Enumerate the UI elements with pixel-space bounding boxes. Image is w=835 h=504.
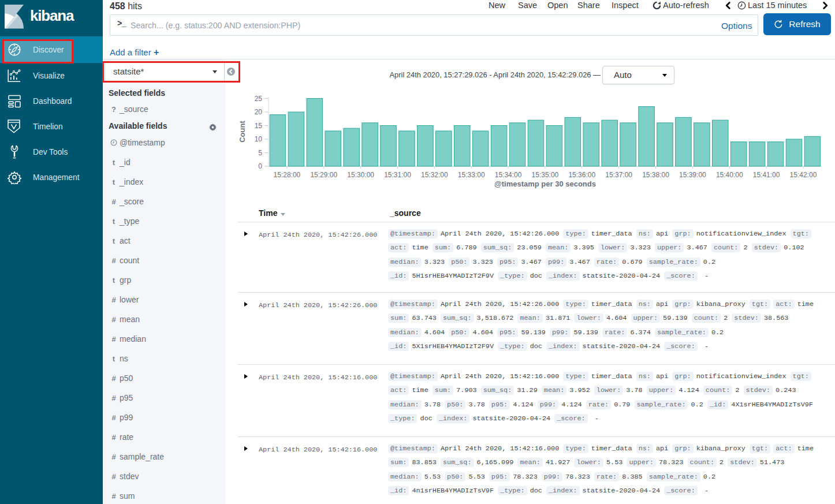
svg-text:10: 10	[255, 135, 263, 143]
svg-text:15:31:00: 15:31:00	[384, 171, 411, 179]
svg-text:15:34:00: 15:34:00	[495, 171, 522, 179]
svg-text:5: 5	[258, 149, 262, 157]
svg-text:15:36:00: 15:36:00	[568, 171, 595, 179]
svg-text:15:37:00: 15:37:00	[605, 171, 632, 179]
svg-text:15:29:00: 15:29:00	[310, 171, 337, 179]
svg-text:0: 0	[258, 162, 262, 170]
svg-text:15:38:00: 15:38:00	[642, 171, 669, 179]
svg-text:15: 15	[255, 122, 263, 130]
svg-text:15:32:00: 15:32:00	[421, 171, 448, 179]
svg-text:15:40:00: 15:40:00	[716, 171, 743, 179]
svg-text:15:30:00: 15:30:00	[347, 171, 374, 179]
svg-text:15:39:00: 15:39:00	[679, 171, 706, 179]
svg-text:15:41:00: 15:41:00	[753, 171, 780, 179]
svg-text:15:28:00: 15:28:00	[274, 171, 301, 179]
svg-text:25: 25	[255, 95, 263, 103]
svg-text:15:42:00: 15:42:00	[790, 171, 817, 179]
svg-text:@timestamp per 30 seconds: @timestamp per 30 seconds	[494, 180, 596, 188]
svg-text:15:35:00: 15:35:00	[532, 171, 559, 179]
svg-text:20: 20	[255, 108, 263, 116]
svg-text:15:33:00: 15:33:00	[458, 171, 485, 179]
svg-text:Count: Count	[238, 121, 247, 143]
